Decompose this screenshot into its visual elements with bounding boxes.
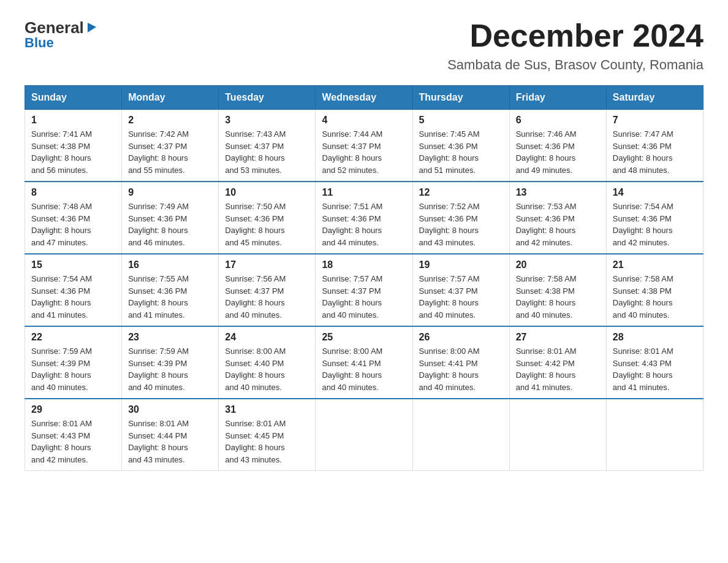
day-info: Sunrise: 7:44 AM Sunset: 4:37 PM Dayligh…	[322, 128, 406, 176]
day-info: Sunrise: 8:01 AM Sunset: 4:43 PM Dayligh…	[613, 345, 697, 393]
day-info: Sunrise: 7:49 AM Sunset: 4:36 PM Dayligh…	[128, 201, 212, 248]
table-row: 10 Sunrise: 7:50 AM Sunset: 4:36 PM Dayl…	[219, 182, 316, 254]
table-row: 31 Sunrise: 8:01 AM Sunset: 4:45 PM Dayl…	[219, 399, 316, 471]
day-number: 30	[128, 404, 212, 415]
day-info: Sunrise: 8:00 AM Sunset: 4:41 PM Dayligh…	[322, 345, 406, 393]
table-row	[509, 399, 606, 471]
table-row: 19 Sunrise: 7:57 AM Sunset: 4:37 PM Dayl…	[412, 254, 509, 326]
day-number: 17	[225, 259, 309, 270]
day-info: Sunrise: 7:58 AM Sunset: 4:38 PM Dayligh…	[516, 273, 600, 321]
day-info: Sunrise: 7:55 AM Sunset: 4:36 PM Dayligh…	[128, 273, 212, 321]
table-row: 24 Sunrise: 8:00 AM Sunset: 4:40 PM Dayl…	[219, 326, 316, 399]
table-row: 7 Sunrise: 7:47 AM Sunset: 4:36 PM Dayli…	[606, 110, 703, 182]
day-info: Sunrise: 7:56 AM Sunset: 4:37 PM Dayligh…	[225, 273, 309, 321]
col-wednesday: Wednesday	[316, 86, 412, 110]
day-info: Sunrise: 8:01 AM Sunset: 4:44 PM Dayligh…	[128, 418, 212, 465]
day-number: 29	[31, 404, 115, 415]
day-info: Sunrise: 7:48 AM Sunset: 4:36 PM Dayligh…	[31, 201, 115, 248]
day-number: 8	[31, 187, 115, 198]
logo-triangle-icon	[85, 20, 99, 34]
table-row: 15 Sunrise: 7:54 AM Sunset: 4:36 PM Dayl…	[25, 254, 122, 326]
day-info: Sunrise: 8:00 AM Sunset: 4:41 PM Dayligh…	[419, 345, 503, 393]
table-row: 26 Sunrise: 8:00 AM Sunset: 4:41 PM Dayl…	[412, 326, 509, 399]
day-info: Sunrise: 7:43 AM Sunset: 4:37 PM Dayligh…	[225, 128, 309, 176]
day-info: Sunrise: 7:57 AM Sunset: 4:37 PM Dayligh…	[419, 273, 503, 321]
col-sunday: Sunday	[25, 86, 122, 110]
day-info: Sunrise: 7:53 AM Sunset: 4:36 PM Dayligh…	[516, 201, 600, 248]
table-row: 14 Sunrise: 7:54 AM Sunset: 4:36 PM Dayl…	[606, 182, 703, 254]
day-info: Sunrise: 7:45 AM Sunset: 4:36 PM Dayligh…	[419, 128, 503, 176]
table-row: 21 Sunrise: 7:58 AM Sunset: 4:38 PM Dayl…	[606, 254, 703, 326]
table-row: 30 Sunrise: 8:01 AM Sunset: 4:44 PM Dayl…	[122, 399, 219, 471]
day-number: 11	[322, 187, 406, 198]
day-info: Sunrise: 7:54 AM Sunset: 4:36 PM Dayligh…	[31, 273, 115, 321]
day-info: Sunrise: 7:58 AM Sunset: 4:38 PM Dayligh…	[613, 273, 697, 321]
table-row: 3 Sunrise: 7:43 AM Sunset: 4:37 PM Dayli…	[219, 110, 316, 182]
day-info: Sunrise: 7:52 AM Sunset: 4:36 PM Dayligh…	[419, 201, 503, 248]
day-number: 18	[322, 259, 406, 270]
table-row: 2 Sunrise: 7:42 AM Sunset: 4:37 PM Dayli…	[122, 110, 219, 182]
table-row: 17 Sunrise: 7:56 AM Sunset: 4:37 PM Dayl…	[219, 254, 316, 326]
day-number: 22	[31, 332, 115, 343]
day-number: 4	[322, 115, 406, 126]
title-block: December 2024 Sambata de Sus, Brasov Cou…	[447, 18, 703, 73]
table-row: 4 Sunrise: 7:44 AM Sunset: 4:37 PM Dayli…	[316, 110, 412, 182]
day-info: Sunrise: 8:01 AM Sunset: 4:42 PM Dayligh…	[516, 345, 600, 393]
day-number: 20	[516, 259, 600, 270]
day-info: Sunrise: 8:01 AM Sunset: 4:43 PM Dayligh…	[31, 418, 115, 465]
day-number: 12	[419, 187, 503, 198]
day-info: Sunrise: 8:00 AM Sunset: 4:40 PM Dayligh…	[225, 345, 309, 393]
col-thursday: Thursday	[412, 86, 509, 110]
table-row: 11 Sunrise: 7:51 AM Sunset: 4:36 PM Dayl…	[316, 182, 412, 254]
day-info: Sunrise: 7:59 AM Sunset: 4:39 PM Dayligh…	[128, 345, 212, 393]
table-row: 28 Sunrise: 8:01 AM Sunset: 4:43 PM Dayl…	[606, 326, 703, 399]
day-number: 14	[613, 187, 697, 198]
table-row: 22 Sunrise: 7:59 AM Sunset: 4:39 PM Dayl…	[25, 326, 122, 399]
day-number: 7	[613, 115, 697, 126]
day-number: 28	[613, 332, 697, 343]
calendar-week-2: 8 Sunrise: 7:48 AM Sunset: 4:36 PM Dayli…	[25, 182, 703, 254]
logo: General Blue	[25, 18, 99, 51]
table-row: 18 Sunrise: 7:57 AM Sunset: 4:37 PM Dayl…	[316, 254, 412, 326]
day-info: Sunrise: 7:47 AM Sunset: 4:36 PM Dayligh…	[613, 128, 697, 176]
day-number: 2	[128, 115, 212, 126]
day-number: 31	[225, 404, 309, 415]
col-tuesday: Tuesday	[219, 86, 316, 110]
day-number: 19	[419, 259, 503, 270]
table-row: 9 Sunrise: 7:49 AM Sunset: 4:36 PM Dayli…	[122, 182, 219, 254]
day-info: Sunrise: 7:42 AM Sunset: 4:37 PM Dayligh…	[128, 128, 212, 176]
day-number: 13	[516, 187, 600, 198]
day-number: 24	[225, 332, 309, 343]
table-row: 27 Sunrise: 8:01 AM Sunset: 4:42 PM Dayl…	[509, 326, 606, 399]
table-row: 5 Sunrise: 7:45 AM Sunset: 4:36 PM Dayli…	[412, 110, 509, 182]
col-friday: Friday	[509, 86, 606, 110]
day-info: Sunrise: 7:46 AM Sunset: 4:36 PM Dayligh…	[516, 128, 600, 176]
day-number: 26	[419, 332, 503, 343]
table-row: 16 Sunrise: 7:55 AM Sunset: 4:36 PM Dayl…	[122, 254, 219, 326]
day-info: Sunrise: 7:41 AM Sunset: 4:38 PM Dayligh…	[31, 128, 115, 176]
page-header: General Blue December 2024 Sambata de Su…	[25, 18, 703, 73]
table-row: 8 Sunrise: 7:48 AM Sunset: 4:36 PM Dayli…	[25, 182, 122, 254]
day-number: 15	[31, 259, 115, 270]
calendar-table: Sunday Monday Tuesday Wednesday Thursday…	[25, 85, 703, 471]
day-number: 21	[613, 259, 697, 270]
day-number: 10	[225, 187, 309, 198]
calendar-week-3: 15 Sunrise: 7:54 AM Sunset: 4:36 PM Dayl…	[25, 254, 703, 326]
day-number: 16	[128, 259, 212, 270]
calendar-header-row: Sunday Monday Tuesday Wednesday Thursday…	[25, 86, 703, 110]
col-monday: Monday	[122, 86, 219, 110]
table-row: 23 Sunrise: 7:59 AM Sunset: 4:39 PM Dayl…	[122, 326, 219, 399]
day-number: 1	[31, 115, 115, 126]
day-info: Sunrise: 8:01 AM Sunset: 4:45 PM Dayligh…	[225, 418, 309, 465]
table-row: 25 Sunrise: 8:00 AM Sunset: 4:41 PM Dayl…	[316, 326, 412, 399]
day-number: 5	[419, 115, 503, 126]
day-number: 25	[322, 332, 406, 343]
table-row: 6 Sunrise: 7:46 AM Sunset: 4:36 PM Dayli…	[509, 110, 606, 182]
table-row: 1 Sunrise: 7:41 AM Sunset: 4:38 PM Dayli…	[25, 110, 122, 182]
calendar-week-4: 22 Sunrise: 7:59 AM Sunset: 4:39 PM Dayl…	[25, 326, 703, 399]
day-info: Sunrise: 7:51 AM Sunset: 4:36 PM Dayligh…	[322, 201, 406, 248]
day-number: 27	[516, 332, 600, 343]
day-number: 23	[128, 332, 212, 343]
logo-blue-text: Blue	[25, 35, 54, 51]
day-info: Sunrise: 7:54 AM Sunset: 4:36 PM Dayligh…	[613, 201, 697, 248]
